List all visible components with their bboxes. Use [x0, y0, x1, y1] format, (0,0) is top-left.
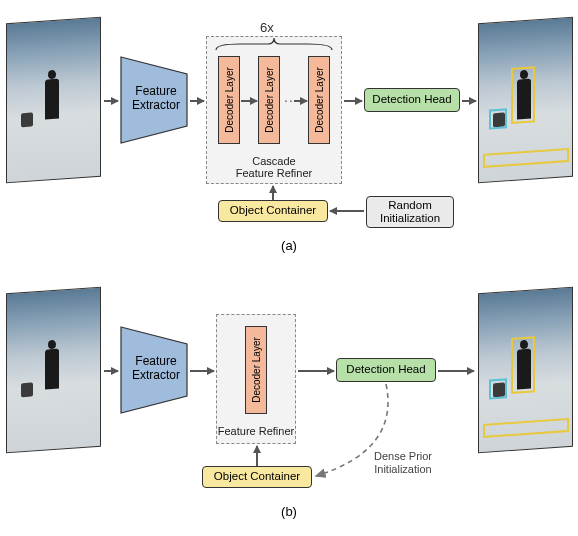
output-image-a: [478, 17, 573, 184]
decoder-count-label: 6x: [260, 20, 274, 35]
arrow-cont-mod-b: [256, 446, 258, 466]
random-init-box: Random Initialization: [366, 196, 454, 228]
decoder-layer-a-3: Decoder Layer: [308, 56, 330, 144]
brace-svg: [212, 36, 336, 52]
bbox-person-b: [511, 336, 535, 394]
arrow-mod-det-a: [344, 100, 362, 102]
detection-head-label-b: Detection Head: [346, 363, 425, 376]
arrow-rand-cont: [330, 210, 364, 212]
arrow-det-out-b: [438, 370, 474, 372]
arrow-det-out-a: [462, 100, 476, 102]
input-image-a: [6, 17, 101, 184]
bbox-ski-a: [483, 148, 569, 168]
bbox-small-b: [489, 378, 507, 399]
bbox-small-a: [489, 108, 507, 129]
feature-extractor-label-a: Feature Extractor: [126, 84, 186, 113]
arrow-in-ext-a: [104, 100, 118, 102]
decoder-layer-text-b: Decoder Layer: [251, 337, 262, 403]
panel-b: Feature Extractor Feature Refiner Decode…: [0, 270, 578, 530]
arrow-dec-12: [241, 100, 257, 102]
arrow-in-ext-b: [104, 370, 118, 372]
object-container-label-a: Object Container: [230, 204, 316, 217]
arrow-ext-mod-a: [190, 100, 204, 102]
decoder-layer-text-a-1: Decoder Layer: [224, 67, 235, 133]
panel-label-a: (a): [0, 238, 578, 253]
dense-prior-label: Dense Prior Initialization: [358, 450, 448, 475]
feature-extractor-a: Feature Extractor: [120, 56, 188, 144]
input-image-b: [6, 287, 101, 454]
decoder-layer-text-a-2: Decoder Layer: [264, 67, 275, 133]
arrow-ext-mod-b: [190, 370, 214, 372]
arrow-dec-23: [294, 100, 307, 102]
decoder-layer-a-1: Decoder Layer: [218, 56, 240, 144]
panel-a: Feature Extractor Cascade Feature Refine…: [0, 0, 578, 260]
feature-extractor-label-b: Feature Extractor: [126, 354, 186, 383]
detection-head-b: Detection Head: [336, 358, 436, 382]
detection-head-label-a: Detection Head: [372, 93, 451, 106]
decoder-layer-b: Decoder Layer: [245, 326, 267, 414]
output-image-b: [478, 287, 573, 454]
object-container-a: Object Container: [218, 200, 328, 222]
bbox-person-a: [511, 66, 535, 124]
bbox-ski-b: [483, 418, 569, 438]
object-container-label-b: Object Container: [214, 470, 300, 483]
decoder-layer-a-2: Decoder Layer: [258, 56, 280, 144]
arrow-cont-mod-a: [272, 186, 274, 200]
feature-extractor-b: Feature Extractor: [120, 326, 188, 414]
random-init-label: Random Initialization: [380, 199, 440, 225]
feature-refiner-caption: Feature Refiner: [217, 425, 295, 437]
panel-label-b: (b): [0, 504, 578, 519]
detection-head-a: Detection Head: [364, 88, 460, 112]
cascade-refiner-caption: Cascade Feature Refiner: [207, 155, 341, 179]
arrow-mod-det-b: [298, 370, 334, 372]
decoder-layer-text-a-3: Decoder Layer: [314, 67, 325, 133]
object-container-b: Object Container: [202, 466, 312, 488]
